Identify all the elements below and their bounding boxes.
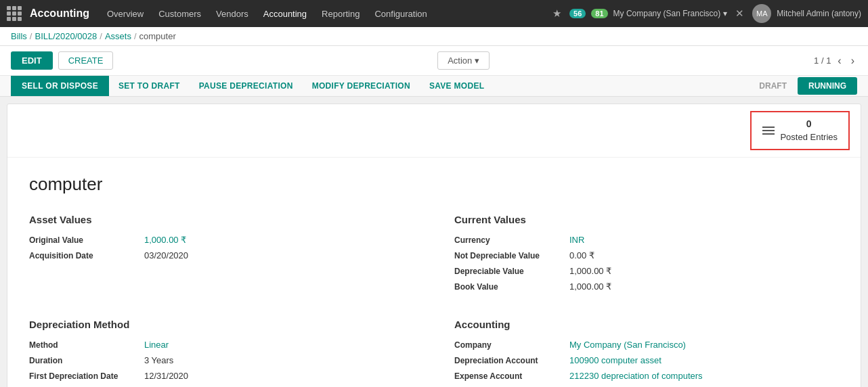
close-icon[interactable]: ✕: [733, 6, 747, 21]
depreciable-row: Depreciable Value 1,000.00 ₹: [454, 266, 839, 276]
asset-title: computer: [29, 174, 839, 195]
nav-configuration[interactable]: Configuration: [368, 0, 433, 27]
original-value-label: Original Value: [29, 235, 137, 245]
breadcrumb-assets[interactable]: Assets: [105, 31, 131, 41]
depreciation-method-title: Depreciation Method: [29, 319, 414, 330]
accounting-col: Accounting Company My Company (San Franc…: [454, 319, 839, 386]
expense-account-row: Expense Account 212230 depreciation of c…: [454, 371, 839, 381]
original-value-row: Original Value 1,000.00 ₹: [29, 235, 414, 245]
method-value[interactable]: Linear: [144, 340, 169, 350]
avatar[interactable]: MA: [752, 4, 771, 23]
depreciation-account-label: Depreciation Account: [454, 356, 563, 365]
create-button[interactable]: CREATE: [58, 51, 114, 70]
navbar: Accounting Overview Customers Vendors Ac…: [0, 0, 868, 27]
pagination: 1 / 1 ‹ ›: [814, 53, 857, 68]
breadcrumb-bills[interactable]: Bills: [11, 31, 27, 41]
pause-depreciation-button[interactable]: PAUSE DEPRECIATION: [190, 76, 303, 96]
book-value-row: Book Value 1,000.00 ₹: [454, 281, 839, 292]
currency-value[interactable]: INR: [569, 235, 584, 245]
not-depreciable-label: Not Depreciable Value: [454, 251, 563, 260]
expense-account-label: Expense Account: [454, 371, 563, 381]
acquisition-date-value: 03/20/2020: [144, 250, 188, 260]
main-content: 0 Posted Entries computer Asset Values O…: [7, 104, 861, 387]
current-values-title: Current Values: [454, 214, 839, 225]
duration-row: Duration 3 Years: [29, 355, 414, 365]
grid-icon[interactable]: [7, 6, 22, 21]
not-depreciable-row: Not Depreciable Value 0.00 ₹: [454, 250, 839, 260]
status-running[interactable]: RUNNING: [798, 77, 857, 95]
set-draft-button[interactable]: SET TO DRAFT: [109, 76, 190, 96]
depreciation-account-value[interactable]: 100900 computer asset: [569, 355, 661, 365]
company-selector[interactable]: My Company (San Francisco) ▾: [613, 9, 728, 18]
star-icon[interactable]: ★: [550, 6, 564, 21]
save-model-button[interactable]: SAVE MODEL: [420, 76, 494, 96]
accounting-section-title: Accounting: [454, 319, 839, 330]
breadcrumb-bill-id[interactable]: BILL/2020/0028: [35, 31, 97, 41]
depreciable-label: Depreciable Value: [454, 267, 563, 276]
company-label: Company: [454, 340, 563, 350]
action-dropdown[interactable]: Action ▾: [437, 51, 490, 70]
form-body: computer Asset Values Original Value 1,0…: [7, 158, 861, 387]
nav-reporting[interactable]: Reporting: [315, 0, 366, 27]
method-row: Method Linear: [29, 340, 414, 350]
next-page-button[interactable]: ›: [848, 53, 857, 68]
acquisition-date-label: Acquisition Date: [29, 251, 137, 260]
book-value: 1,000.00 ₹: [569, 281, 611, 292]
breadcrumb-current: computer: [139, 31, 176, 41]
book-value-label: Book Value: [454, 282, 563, 292]
not-depreciable-value: 0.00 ₹: [569, 250, 594, 260]
current-values-col: Current Values Currency INR Not Deprecia…: [454, 214, 839, 297]
company-value[interactable]: My Company (San Francisco): [569, 340, 686, 350]
nav-overview[interactable]: Overview: [100, 0, 150, 27]
depreciation-account-row: Depreciation Account 100900 computer ass…: [454, 355, 839, 365]
action-bar: EDIT CREATE Action ▾ 1 / 1 ‹ ›: [0, 46, 868, 76]
duration-label: Duration: [29, 356, 137, 365]
notifications-badge[interactable]: 56: [569, 9, 586, 18]
user-name: Mitchell Admin (antony): [777, 9, 861, 18]
breadcrumb: Bills / BILL/2020/0028 / Assets / comput…: [0, 27, 868, 46]
form-section-top: Asset Values Original Value 1,000.00 ₹ A…: [29, 214, 839, 297]
nav-vendors[interactable]: Vendors: [209, 0, 255, 27]
form-section-bottom: Depreciation Method Method Linear Durati…: [29, 319, 839, 386]
posted-entries-button[interactable]: 0 Posted Entries: [750, 111, 850, 150]
status-draft[interactable]: DRAFT: [748, 77, 798, 95]
modify-depreciation-button[interactable]: MODIFY DEPRECIATION: [303, 76, 420, 96]
edit-button[interactable]: EDIT: [11, 51, 53, 70]
messages-badge[interactable]: 81: [591, 9, 607, 18]
sell-dispose-button[interactable]: SELL OR DISPOSE: [11, 76, 109, 96]
original-value[interactable]: 1,000.00 ₹: [144, 235, 186, 245]
pagination-info: 1 / 1: [814, 55, 831, 66]
asset-values-col: Asset Values Original Value 1,000.00 ₹ A…: [29, 214, 414, 297]
currency-label: Currency: [454, 235, 563, 245]
expense-account-value[interactable]: 212230 depreciation of computers: [569, 371, 703, 381]
depreciation-method-col: Depreciation Method Method Linear Durati…: [29, 319, 414, 386]
depreciable-value: 1,000.00 ₹: [569, 266, 611, 276]
company-row: Company My Company (San Francisco): [454, 340, 839, 350]
posted-entries-text: 0 Posted Entries: [780, 118, 838, 143]
entries-icon: [762, 127, 775, 135]
nav-links: Overview Customers Vendors Accounting Re…: [100, 0, 546, 27]
nav-accounting[interactable]: Accounting: [257, 0, 313, 27]
first-date-row: First Depreciation Date 12/31/2020: [29, 371, 414, 381]
nav-customers[interactable]: Customers: [152, 0, 208, 27]
state-bar: SELL OR DISPOSE SET TO DRAFT PAUSE DEPRE…: [0, 76, 868, 97]
navbar-right: ★ 56 81 My Company (San Francisco) ▾ ✕ M…: [550, 4, 861, 23]
app-brand: Accounting: [30, 7, 89, 20]
prev-page-button[interactable]: ‹: [835, 53, 844, 68]
method-label: Method: [29, 340, 137, 350]
acquisition-date-row: Acquisition Date 03/20/2020: [29, 250, 414, 260]
posted-entries-bar: 0 Posted Entries: [7, 104, 861, 158]
duration-value: 3 Years: [144, 355, 173, 365]
currency-row: Currency INR: [454, 235, 839, 245]
first-date-label: First Depreciation Date: [29, 371, 137, 381]
asset-values-title: Asset Values: [29, 214, 414, 225]
first-date-value: 12/31/2020: [144, 371, 188, 381]
